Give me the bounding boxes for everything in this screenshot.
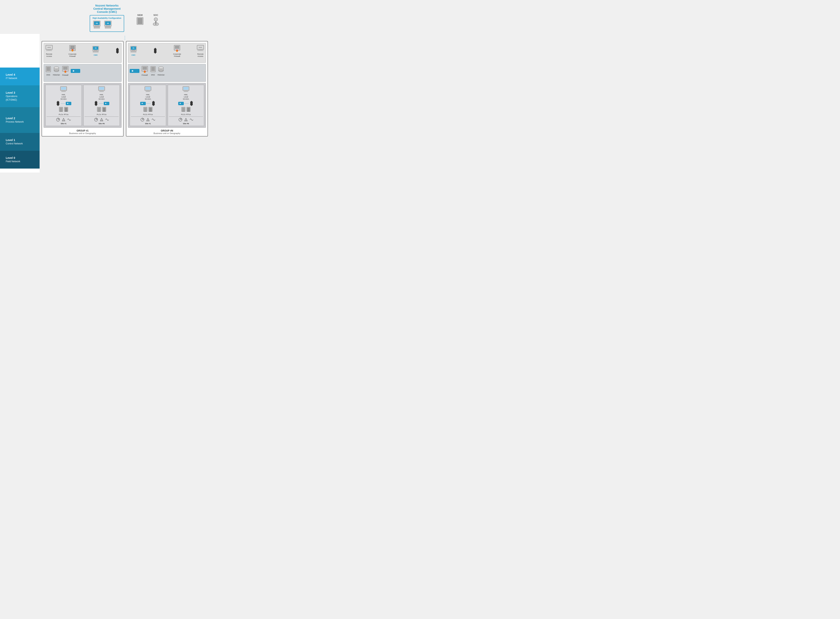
svg-marker-90 [94,105,98,106]
label-spacer-top [0,34,40,67]
rtu-label-gN-s1: RTUs [148,114,153,116]
plcs-rtus-g1-sN: PLCs [85,107,118,116]
svg-marker-66 [57,101,60,102]
hmi-label-g1-sN: HMI,LocalSCADA [85,94,118,100]
svg-text:www: www [47,46,51,48]
svg-rect-4 [94,26,100,27]
level0-subtitle: Field Network [6,160,20,163]
level0-label: Level 0 Field Network [0,151,40,169]
svg-point-59 [64,71,65,73]
svg-rect-56 [63,68,67,69]
svg-rect-159 [149,109,152,109]
svg-rect-100 [103,110,106,110]
svg-text:NN: NN [133,47,134,49]
groupN-it-level: NN CMC [128,43,206,63]
siteN-label-gN: Site #N [169,123,203,125]
svg-rect-96 [98,111,100,111]
dns-label-g1: DNS [45,74,51,76]
svg-rect-183 [187,111,190,111]
remote-access-g1: www RemoteAccess [45,45,53,57]
svg-rect-156 [144,111,147,111]
svg-point-52 [54,70,59,72]
svg-point-69 [67,103,68,104]
svg-point-61 [73,70,74,72]
svg-rect-57 [63,69,67,70]
svg-rect-28 [46,50,52,51]
svg-rect-17 [137,21,142,21]
svg-rect-40 [93,51,98,52]
svg-rect-48 [46,69,50,70]
field-devices-g1-s1 [47,117,81,122]
svg-rect-155 [144,110,147,110]
siteN-gN: HMI,LocalSCADA ··· [168,85,204,126]
svg-rect-153 [144,108,147,108]
svg-rect-64 [62,91,65,91]
top-area: Nozomi NetworksCentral ManagementConsole… [0,0,210,34]
svg-line-186 [181,119,182,120]
cmc-title: Nozomi NetworksCentral ManagementConsole… [90,4,124,13]
svg-text:NN: NN [107,22,109,24]
level2-label: Level 2 Process Network [0,107,40,133]
sites-container-g1: HMI,LocalSCADA [45,85,120,126]
svg-rect-117 [175,47,179,48]
plcs-rtus-gN-sN: PLCs [169,107,203,116]
svg-marker-149 [152,101,155,102]
firewall-label-g1: Firewall [61,74,69,76]
svg-rect-101 [103,111,106,111]
groupN-ops-level: · · · · [128,64,206,82]
rtu-label-gN-sN: RTUs [187,114,191,116]
svg-point-148 [142,103,143,104]
cmc-connector [42,36,208,40]
svg-rect-11 [105,26,111,27]
svg-marker-42 [116,48,119,49]
field-devices-gN-sN [169,117,203,122]
svg-rect-167 [184,87,188,90]
plcs-rtus-g1-s1: PLCs [47,107,81,116]
svg-rect-113 [154,49,157,52]
svg-rect-13 [105,28,111,28]
svg-rect-72 [60,109,63,109]
svg-point-120 [176,50,177,52]
firewall-label-gN: Firewall [141,74,149,76]
svg-rect-74 [60,111,63,111]
svg-rect-41 [93,52,98,52]
svg-point-142 [159,70,163,72]
rtu-g1-s1: RTUs [64,107,69,116]
svg-rect-145 [145,87,151,90]
svg-rect-136 [151,67,155,68]
level3-title: Level 3 [6,91,37,94]
svg-rect-79 [65,111,67,111]
svg-rect-130 [143,68,147,69]
svg-rect-168 [184,91,188,91]
svg-rect-27 [47,49,51,50]
svg-rect-129 [143,67,147,67]
switch-row-g1-s1: ··· [47,101,81,106]
plc-g1-sN: PLCs [97,107,101,116]
diagram-wrapper: Level 4 IT Network Level 3 Operations (I… [0,34,210,172]
svg-point-134 [145,72,146,73]
hmi-gN-sN: HMI,LocalSCADA [169,86,203,100]
svg-rect-78 [65,110,67,110]
group1-process-level: HMI,LocalSCADA [43,83,122,128]
remote-access-label-g1: RemoteAccess [45,53,53,57]
firewall-g1: Firewall [61,66,69,76]
ha-device-2: NN [104,20,112,30]
svg-marker-88 [94,101,98,102]
svg-rect-31 [70,47,75,48]
svg-rect-49 [46,70,50,71]
dns-g1: DNS [45,66,51,76]
svg-rect-94 [98,109,100,109]
svg-point-143 [159,67,163,69]
siem-label: SIEM [136,14,144,16]
svg-point-20 [154,18,158,21]
siteN-g1: HMI,LocalSCADA [84,85,120,126]
historian-label-g1: Historian [53,74,60,76]
svg-marker-112 [154,48,157,49]
svg-rect-182 [187,110,190,110]
hmi-g1-sN: HMI,LocalSCADA [85,86,118,100]
svg-rect-77 [65,109,67,109]
level3-subtitle: Operations (ICT/DMZ) [6,95,18,101]
svg-rect-15 [137,18,142,19]
sites-container-gN: HMI,LocalSCADA ··· [130,85,204,126]
svg-rect-131 [143,69,147,70]
